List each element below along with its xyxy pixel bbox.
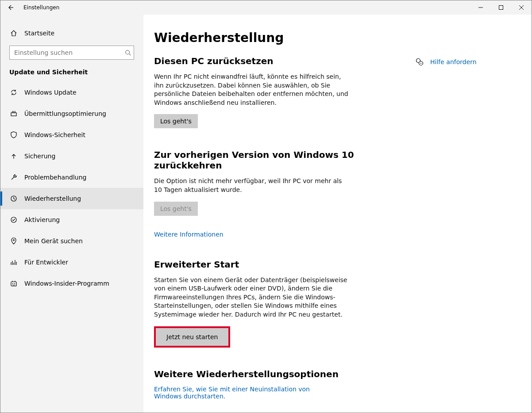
- sidebar-item-windows-security[interactable]: Windows-Sicherheit: [0, 124, 143, 145]
- maximize-icon: [499, 5, 503, 10]
- section-more-recovery: Weitere Wiederherstellungsoptionen Erfah…: [154, 369, 406, 400]
- back-button[interactable]: [0, 0, 20, 15]
- sidebar-item-label: Für Entwickler: [24, 259, 68, 266]
- section-advanced-desc: Starten Sie von einem Gerät oder Datentr…: [154, 276, 349, 319]
- sidebar-item-label: Aktivierung: [24, 216, 60, 223]
- right-column: Hilfe anfordern: [406, 31, 477, 402]
- svg-point-11: [420, 63, 421, 64]
- svg-rect-2: [11, 113, 16, 116]
- sidebar-item-label: Mein Gerät suchen: [24, 237, 83, 245]
- backup-arrow-icon: [9, 153, 18, 160]
- recovery-icon: [9, 195, 18, 202]
- sidebar-item-label: Problembehandlung: [24, 174, 86, 181]
- sidebar-category: Update und Sicherheit: [0, 69, 143, 76]
- sidebar: Startseite Update und Sicherheit Windows…: [0, 15, 143, 413]
- help-icon: [415, 58, 424, 66]
- search-input-wrapper[interactable]: [9, 46, 134, 60]
- sidebar-item-backup[interactable]: Sicherung: [0, 145, 143, 167]
- svg-point-8: [14, 283, 15, 284]
- developer-icon: [9, 259, 18, 266]
- svg-rect-0: [499, 6, 503, 10]
- search-input[interactable]: [14, 49, 125, 56]
- close-icon: [519, 5, 524, 10]
- sidebar-item-label: Sicherung: [24, 153, 55, 160]
- sidebar-item-label: Windows Update: [24, 89, 77, 96]
- minimize-icon: [478, 5, 483, 10]
- activation-icon: [9, 216, 18, 223]
- sidebar-item-label: Wiederherstellung: [24, 195, 81, 202]
- section-reset-desc: Wenn Ihr PC nicht einwandfrei läuft, kön…: [154, 73, 349, 107]
- main-content: Wiederherstellung Diesen PC zurücksetzen…: [143, 15, 532, 413]
- section-advanced-startup: Erweiterter Start Starten Sie von einem …: [154, 259, 406, 348]
- section-goback-title: Zur vorherigen Version von Windows 10 zu…: [154, 149, 406, 171]
- goback-button: Los geht's: [154, 202, 198, 216]
- sidebar-home-label: Startseite: [24, 30, 54, 37]
- svg-point-7: [12, 283, 13, 284]
- sidebar-item-label: Windows-Insider-Programm: [24, 280, 109, 287]
- sidebar-item-insider[interactable]: Windows-Insider-Programm: [0, 273, 143, 294]
- svg-point-5: [13, 240, 15, 241]
- section-reset-title: Diesen PC zurücksetzen: [154, 56, 406, 66]
- search-icon: [125, 50, 131, 56]
- sidebar-item-activation[interactable]: Aktivierung: [0, 209, 143, 230]
- sidebar-home[interactable]: Startseite: [0, 23, 143, 43]
- shield-icon: [9, 131, 18, 138]
- section-reset: Diesen PC zurücksetzen Wenn Ihr PC nicht…: [154, 56, 406, 128]
- reset-button[interactable]: Los geht's: [154, 114, 198, 128]
- get-help-link[interactable]: Hilfe anfordern: [430, 58, 477, 65]
- sync-icon: [9, 89, 18, 96]
- window-title: Einstellungen: [20, 4, 59, 11]
- sidebar-item-developer[interactable]: Für Entwickler: [0, 252, 143, 273]
- page-title: Wiederherstellung: [154, 31, 406, 45]
- svg-point-4: [11, 217, 16, 222]
- sidebar-nav: Windows Update Übermittlungsoptimierung …: [0, 82, 143, 294]
- sidebar-item-label: Übermittlungsoptimierung: [24, 110, 106, 117]
- restart-now-button[interactable]: Jetzt neu starten: [158, 330, 227, 344]
- delivery-icon: [9, 110, 18, 117]
- svg-point-1: [126, 50, 130, 54]
- find-device-icon: [9, 237, 18, 245]
- sidebar-item-delivery-optimization[interactable]: Übermittlungsoptimierung: [0, 103, 143, 124]
- sidebar-item-windows-update[interactable]: Windows Update: [0, 82, 143, 103]
- maximize-button[interactable]: [491, 0, 511, 15]
- sidebar-item-find-device[interactable]: Mein Gerät suchen: [0, 230, 143, 252]
- help-link-row: Hilfe anfordern: [415, 58, 477, 66]
- section-advanced-title: Erweiterter Start: [154, 259, 406, 270]
- troubleshoot-icon: [9, 174, 18, 181]
- section-more-title: Weitere Wiederherstellungsoptionen: [154, 369, 406, 379]
- minimize-button[interactable]: [470, 0, 491, 15]
- fresh-start-link[interactable]: Erfahren Sie, wie Sie mit einer Neuinsta…: [154, 386, 331, 400]
- titlebar: Einstellungen: [0, 0, 532, 15]
- sidebar-item-label: Windows-Sicherheit: [24, 131, 85, 138]
- section-goback-desc: Die Option ist nicht mehr verfügbar, wei…: [154, 177, 349, 194]
- sidebar-item-troubleshoot[interactable]: Problembehandlung: [0, 167, 143, 188]
- section-goback: Zur vorherigen Version von Windows 10 zu…: [154, 149, 406, 237]
- goback-more-info-link[interactable]: Weitere Informationen: [154, 231, 224, 238]
- restart-now-highlight: Jetzt neu starten: [154, 326, 230, 348]
- insider-icon: [9, 280, 18, 287]
- close-button[interactable]: [511, 0, 532, 15]
- arrow-left-icon: [7, 4, 14, 11]
- sidebar-item-recovery[interactable]: Wiederherstellung: [0, 188, 143, 209]
- home-icon: [9, 30, 18, 37]
